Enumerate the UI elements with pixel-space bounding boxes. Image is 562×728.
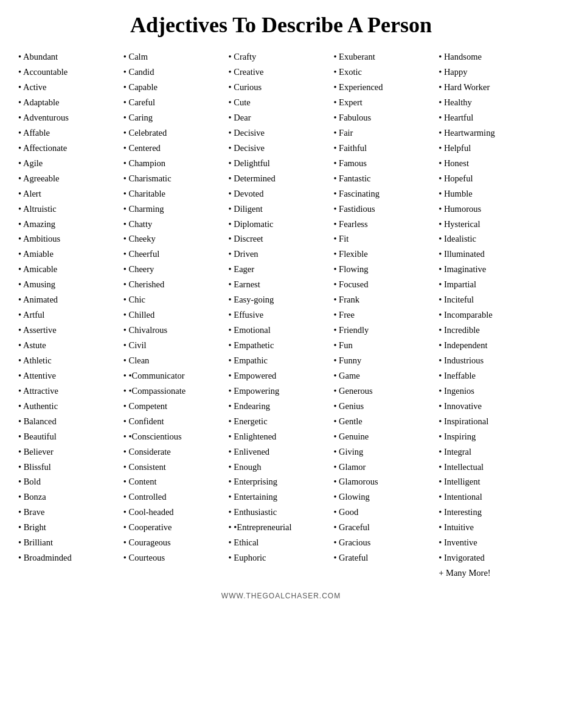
list-item: Fair	[333, 125, 439, 141]
list-item: Illuminated	[439, 247, 544, 262]
list-item: Attentive	[18, 368, 123, 383]
list-item: Fearless	[333, 217, 439, 232]
list-item: Intellectual	[439, 460, 544, 475]
list-item: Cooperative	[123, 520, 229, 535]
list-item: Careful	[123, 95, 229, 110]
list-item: Ineffable	[439, 368, 544, 383]
list-item: Believer	[18, 444, 123, 460]
list-item: Fabulous	[333, 110, 439, 125]
list-item: Empowered	[229, 368, 334, 383]
list-item: Ingenios	[439, 383, 544, 399]
list-item: Interesting	[439, 505, 544, 520]
list-item: Incredible	[439, 323, 544, 338]
list-item: Affable	[18, 125, 123, 141]
list-item: Charismatic	[123, 171, 229, 186]
list-item: Honest	[439, 156, 544, 171]
list-item: Driven	[229, 247, 334, 262]
list-item: Content	[123, 474, 229, 489]
list-item: Game	[333, 368, 439, 383]
list-item: Focused	[333, 277, 439, 292]
list-item: Impartial	[439, 277, 544, 292]
list-item: Fantastic	[333, 171, 439, 186]
list-item: •Conscientious	[123, 429, 229, 444]
list-item: Amazing	[18, 217, 123, 232]
list-item: Champion	[123, 156, 229, 171]
list-item: Crafty	[229, 49, 334, 65]
list-item: Incomparable	[439, 307, 544, 323]
list-item: Heartwarming	[439, 125, 544, 141]
list-item: Easy-going	[229, 292, 334, 307]
list-item: Ethical	[229, 535, 334, 550]
list-item: Gentle	[333, 414, 439, 429]
list-item: Intelligent	[439, 474, 544, 489]
list-item: Clean	[123, 353, 229, 368]
list-item: Flowing	[333, 262, 439, 277]
list-item: Athletic	[18, 353, 123, 368]
col4-list: ExuberantExoticExperiencedExpertFabulous…	[333, 49, 439, 565]
list-item: Fun	[333, 338, 439, 353]
list-item: Faithful	[333, 141, 439, 156]
list-item: Cherished	[123, 277, 229, 292]
list-item: Eager	[229, 262, 334, 277]
list-item: Chatty	[123, 217, 229, 232]
list-item: Enthusiastic	[229, 505, 334, 520]
list-item: Calm	[123, 49, 229, 65]
list-item: Industrious	[439, 353, 544, 368]
list-item: •Entrepreneurial	[229, 520, 334, 535]
list-item: Fit	[333, 231, 439, 247]
list-item: Astute	[18, 338, 123, 353]
list-item: Exotic	[333, 65, 439, 80]
list-item: Integral	[439, 444, 544, 460]
list-item: Controlled	[123, 489, 229, 505]
list-item: Authentic	[18, 399, 123, 414]
list-item: Celebrated	[123, 125, 229, 141]
list-item: Active	[18, 80, 123, 95]
list-item: Assertive	[18, 323, 123, 338]
list-item: Courageous	[123, 535, 229, 550]
footer-url: WWW.THEGOALCHASER.COM	[18, 592, 544, 600]
list-item: Adaptable	[18, 95, 123, 110]
list-item: Artful	[18, 307, 123, 323]
list-item: Charming	[123, 201, 229, 217]
column-1: AbundantAccountableActiveAdaptableAdvent…	[18, 49, 123, 581]
list-item: Devoted	[229, 186, 334, 201]
list-item: Gracious	[333, 535, 439, 550]
list-item: Discreet	[229, 231, 334, 247]
list-item: Invigorated	[439, 550, 544, 565]
list-item: Inciteful	[439, 292, 544, 307]
list-item: Intentional	[439, 489, 544, 505]
list-item: Earnest	[229, 277, 334, 292]
list-item: Agile	[18, 156, 123, 171]
list-item: Delightful	[229, 156, 334, 171]
list-item: Abundant	[18, 49, 123, 65]
list-item: Imaginative	[439, 262, 544, 277]
list-item: Glamorous	[333, 474, 439, 489]
list-item: Genuine	[333, 429, 439, 444]
col1-list: AbundantAccountableActiveAdaptableAdvent…	[18, 49, 123, 565]
list-item: Good	[333, 505, 439, 520]
list-item: Humorous	[439, 201, 544, 217]
list-item: Generous	[333, 383, 439, 399]
list-item: Hard Worker	[439, 80, 544, 95]
list-item: Candid	[123, 65, 229, 80]
list-item: Beautiful	[18, 429, 123, 444]
list-item: Humble	[439, 186, 544, 201]
list-item: Animated	[18, 292, 123, 307]
list-item: Balanced	[18, 414, 123, 429]
list-item: Alert	[18, 186, 123, 201]
list-item: Cheeky	[123, 231, 229, 247]
list-item: Diligent	[229, 201, 334, 217]
list-item: Graceful	[333, 520, 439, 535]
list-item: Accountable	[18, 65, 123, 80]
list-item: Dear	[229, 110, 334, 125]
more-label: + Many More!	[439, 565, 544, 581]
list-item: Charitable	[123, 186, 229, 201]
list-item: Energetic	[229, 414, 334, 429]
list-item: •Compassionate	[123, 383, 229, 399]
list-item: Innovative	[439, 399, 544, 414]
list-item: Decisive	[229, 125, 334, 141]
list-item: Amiable	[18, 247, 123, 262]
column-3: CraftyCreativeCuriousCuteDearDecisiveDec…	[229, 49, 334, 581]
list-item: Decisive	[229, 141, 334, 156]
list-item: Ambitious	[18, 231, 123, 247]
